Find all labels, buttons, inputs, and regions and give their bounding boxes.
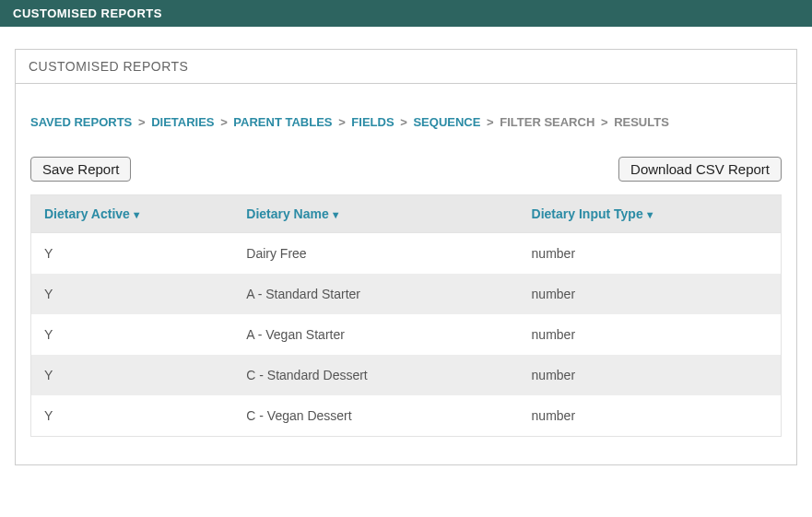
col-header-dietary-input-type[interactable]: Dietary Input Type▼ [519, 195, 782, 233]
breadcrumb-separator: > [487, 115, 494, 129]
sort-desc-icon: ▼ [645, 209, 655, 220]
sort-desc-icon: ▼ [331, 209, 341, 220]
col-label: Dietary Active [44, 206, 130, 221]
cell-dietary-name: C - Vegan Dessert [233, 395, 518, 437]
cell-dietary-name: Dairy Free [233, 233, 518, 275]
cell-dietary-active: Y [31, 395, 234, 437]
sort-desc-icon: ▼ [132, 209, 142, 220]
breadcrumb-results: RESULTS [614, 115, 669, 129]
cell-dietary-name: C - Standard Dessert [233, 355, 518, 395]
cell-dietary-input-type: number [519, 274, 782, 314]
col-label: Dietary Input Type [532, 206, 643, 221]
table-row: Y Dairy Free number [31, 233, 782, 275]
breadcrumb-separator: > [138, 115, 146, 129]
app-top-bar: CUSTOMISED REPORTS [0, 0, 812, 27]
panel-title: CUSTOMISED REPORTS [16, 50, 796, 84]
breadcrumb-separator: > [220, 115, 228, 129]
panel-customised-reports: CUSTOMISED REPORTS SAVED REPORTS > DIETA… [15, 49, 797, 465]
cell-dietary-input-type: number [519, 355, 782, 395]
cell-dietary-active: Y [31, 314, 234, 355]
breadcrumb-separator: > [400, 115, 407, 129]
breadcrumb-filter-search: FILTER SEARCH [500, 115, 594, 129]
cell-dietary-active: Y [31, 233, 234, 275]
cell-dietary-input-type: number [519, 314, 782, 355]
col-label: Dietary Name [246, 206, 329, 221]
table-row: Y C - Vegan Dessert number [31, 395, 782, 437]
action-row: Save Report Download CSV Report [30, 157, 782, 182]
save-report-button[interactable]: Save Report [30, 157, 131, 182]
cell-dietary-active: Y [31, 274, 234, 314]
breadcrumb-parent-tables[interactable]: PARENT TABLES [233, 115, 332, 129]
table-row: Y A - Standard Starter number [31, 274, 782, 314]
cell-dietary-input-type: number [519, 233, 782, 275]
table-row: Y A - Vegan Starter number [31, 314, 782, 355]
cell-dietary-active: Y [31, 355, 234, 395]
cell-dietary-input-type: number [519, 395, 782, 437]
cell-dietary-name: A - Vegan Starter [233, 314, 518, 355]
col-header-dietary-name[interactable]: Dietary Name▼ [233, 195, 518, 233]
table-row: Y C - Standard Dessert number [31, 355, 782, 395]
breadcrumb: SAVED REPORTS > DIETARIES > PARENT TABLE… [30, 115, 782, 129]
breadcrumb-dietaries[interactable]: DIETARIES [151, 115, 214, 129]
breadcrumb-fields[interactable]: FIELDS [351, 115, 394, 129]
cell-dietary-name: A - Standard Starter [233, 274, 518, 314]
breadcrumb-sequence[interactable]: SEQUENCE [413, 115, 480, 129]
col-header-dietary-active[interactable]: Dietary Active▼ [31, 195, 234, 233]
download-csv-button[interactable]: Download CSV Report [618, 157, 782, 182]
panel-body: SAVED REPORTS > DIETARIES > PARENT TABLE… [16, 84, 796, 464]
breadcrumb-separator: > [601, 115, 608, 129]
breadcrumb-separator: > [338, 115, 346, 129]
breadcrumb-saved-reports[interactable]: SAVED REPORTS [30, 115, 132, 129]
app-title: CUSTOMISED REPORTS [13, 6, 162, 20]
results-table: Dietary Active▼ Dietary Name▼ Dietary In… [30, 194, 782, 437]
